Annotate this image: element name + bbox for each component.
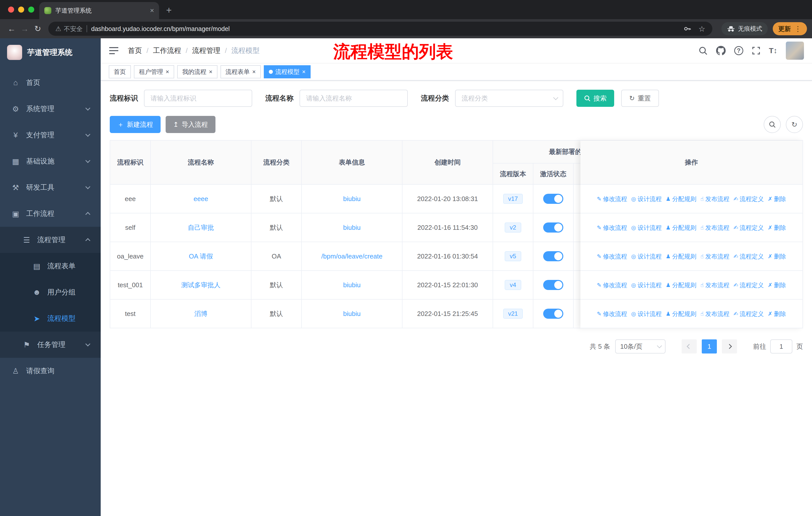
action-publish[interactable]: ☝发布流程 (700, 224, 729, 232)
sidebar-item-leave-query[interactable]: ♙请假查询 (0, 358, 101, 384)
form-info-link[interactable]: biubiu (343, 310, 360, 318)
show-search-button[interactable] (764, 116, 781, 133)
action-edit[interactable]: ✎修改流程 (597, 195, 627, 203)
next-page-button[interactable] (722, 340, 737, 353)
action-definition[interactable]: ✍流程定义 (733, 310, 764, 318)
tag-item[interactable]: 流程表单× (221, 65, 261, 78)
page-size-select[interactable]: 10条/页 (615, 340, 666, 353)
action-assign[interactable]: ♟分配规则 (666, 195, 696, 203)
sidebar-item-user-group[interactable]: ☻用户分组 (0, 279, 101, 305)
action-edit[interactable]: ✎修改流程 (597, 252, 627, 261)
breadcrumb-item[interactable]: 流程模型 (231, 46, 260, 55)
search-icon[interactable] (698, 46, 707, 55)
action-assign[interactable]: ♟分配规则 (666, 252, 696, 261)
action-definition[interactable]: ✍流程定义 (733, 224, 764, 232)
active-toggle[interactable] (543, 222, 563, 233)
browser-menu-icon[interactable]: ⋮ (794, 25, 802, 33)
action-definition[interactable]: ✍流程定义 (733, 252, 764, 261)
process-name-link[interactable]: 自己审批 (188, 224, 214, 231)
breadcrumb-item[interactable]: 工作流程 (153, 46, 181, 55)
user-avatar[interactable] (786, 42, 804, 60)
close-icon[interactable]: × (252, 68, 256, 75)
close-icon[interactable]: × (166, 68, 169, 75)
action-assign[interactable]: ♟分配规则 (666, 281, 696, 289)
active-toggle[interactable] (543, 309, 563, 319)
tab-close-icon[interactable]: × (150, 6, 154, 15)
bookmark-star-icon[interactable]: ☆ (698, 24, 705, 33)
action-design[interactable]: ◎设计流程 (631, 252, 662, 261)
action-delete[interactable]: ✗删除 (768, 281, 786, 289)
process-key-input[interactable] (144, 90, 252, 107)
password-key-icon[interactable] (684, 25, 691, 33)
search-button[interactable]: 搜索 (576, 90, 614, 107)
close-window-button[interactable] (8, 6, 14, 12)
action-publish[interactable]: ☝发布流程 (700, 195, 729, 203)
tag-item[interactable]: 流程模型× (264, 65, 311, 78)
url-bar[interactable]: ⚠ 不安全 dashboard.yudao.iocoder.cn/bpm/man… (48, 22, 712, 36)
maximize-window-button[interactable] (28, 6, 34, 12)
form-info-link[interactable]: /bpm/oa/leave/create (321, 252, 383, 260)
sidebar-item-home[interactable]: ⌂首页 (0, 70, 101, 96)
hamburger-icon[interactable] (109, 46, 119, 55)
action-edit[interactable]: ✎修改流程 (597, 224, 627, 232)
form-info-link[interactable]: biubiu (343, 281, 360, 289)
action-edit[interactable]: ✎修改流程 (597, 310, 627, 318)
new-tab-button[interactable]: + (166, 5, 172, 16)
active-toggle[interactable] (543, 194, 563, 204)
active-toggle[interactable] (543, 251, 563, 261)
action-delete[interactable]: ✗删除 (768, 224, 786, 232)
action-definition[interactable]: ✍流程定义 (733, 281, 764, 289)
font-size-icon[interactable]: T↕ (769, 46, 777, 55)
process-name-link[interactable]: eeee (194, 195, 208, 202)
process-name-input[interactable] (299, 90, 408, 107)
back-icon[interactable]: ← (5, 24, 18, 33)
action-assign[interactable]: ♟分配规则 (666, 310, 696, 318)
github-icon[interactable] (716, 46, 726, 55)
tag-item[interactable]: 我的流程× (177, 65, 218, 78)
tag-item[interactable]: 租户管理× (134, 65, 174, 78)
action-assign[interactable]: ♟分配规则 (666, 224, 696, 232)
create-process-button[interactable]: ＋ 新建流程 (110, 116, 161, 133)
active-toggle[interactable] (543, 280, 563, 290)
tag-item[interactable]: 首页 (109, 65, 131, 78)
sidebar-item-devtools[interactable]: ⚒研发工具 (0, 174, 101, 200)
forward-icon[interactable]: → (18, 24, 31, 33)
refresh-table-button[interactable]: ↻ (786, 116, 803, 133)
sidebar-item-workflow[interactable]: ▣工作流程 (0, 200, 101, 227)
action-publish[interactable]: ☝发布流程 (700, 310, 729, 318)
page-number-button[interactable]: 1 (702, 340, 717, 353)
action-publish[interactable]: ☝发布流程 (700, 281, 729, 289)
action-design[interactable]: ◎设计流程 (631, 310, 662, 318)
breadcrumb-item[interactable]: 流程管理 (192, 46, 221, 55)
action-edit[interactable]: ✎修改流程 (597, 281, 627, 289)
sidebar-item-gear[interactable]: ⚙系统管理 (0, 96, 101, 122)
sidebar-item-infrastructure[interactable]: ▦基础设施 (0, 148, 101, 174)
action-design[interactable]: ◎设计流程 (631, 281, 662, 289)
breadcrumb-item[interactable]: 首页 (128, 46, 142, 55)
action-delete[interactable]: ✗删除 (768, 195, 786, 203)
process-category-select[interactable]: 流程分类 (455, 90, 563, 107)
security-status[interactable]: ⚠ 不安全 (55, 25, 83, 33)
close-icon[interactable]: × (302, 68, 306, 75)
action-definition[interactable]: ✍流程定义 (733, 195, 764, 203)
goto-page-input[interactable] (770, 340, 792, 353)
action-delete[interactable]: ✗删除 (768, 252, 786, 261)
minimize-window-button[interactable] (18, 6, 24, 12)
sidebar-item-task-management[interactable]: ⚑任务管理 (0, 332, 101, 358)
sidebar-item-payment[interactable]: ¥支付管理 (0, 122, 101, 148)
browser-update-button[interactable]: 更新 ⋮ (773, 22, 807, 35)
action-publish[interactable]: ☝发布流程 (700, 252, 729, 261)
sidebar-item-process-model[interactable]: ➤流程模型 (0, 305, 101, 332)
sidebar-item-process-form[interactable]: ▤流程表单 (0, 253, 101, 279)
form-info-link[interactable]: biubiu (343, 195, 360, 202)
reset-button[interactable]: ↻ 重置 (621, 90, 659, 107)
form-info-link[interactable]: biubiu (343, 224, 360, 231)
prev-page-button[interactable] (682, 340, 697, 353)
sidebar-logo[interactable]: 芋道管理系统 (0, 38, 101, 66)
close-icon[interactable]: × (209, 68, 212, 75)
reload-icon[interactable]: ↻ (31, 24, 44, 33)
browser-tab[interactable]: 芋道管理系统 × (39, 2, 159, 19)
action-delete[interactable]: ✗删除 (768, 310, 786, 318)
fullscreen-icon[interactable] (752, 46, 760, 55)
help-icon[interactable]: ? (734, 46, 743, 55)
